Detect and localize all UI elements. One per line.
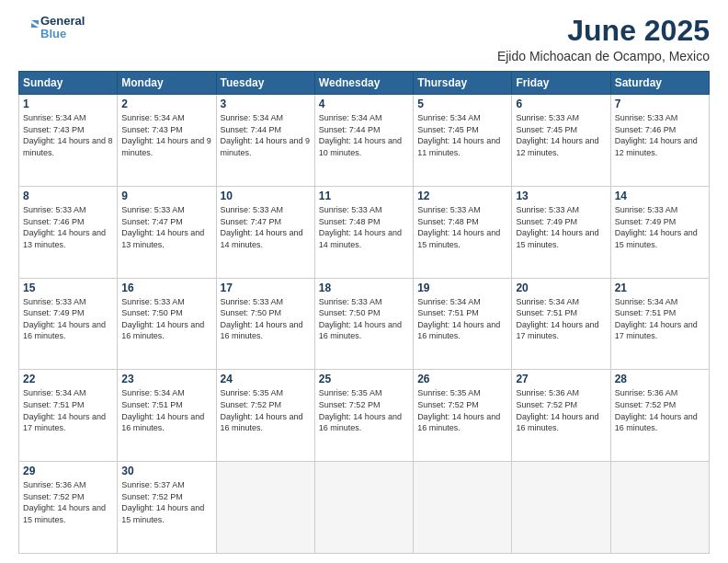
logo-general: General [40,15,85,28]
logo: General Blue [18,15,85,41]
day-number: 10 [221,190,311,202]
week-row-5: 29 Sunrise: 5:36 AM Sunset: 7:52 PM Dayl… [19,462,710,554]
day-cell: 2 Sunrise: 5:34 AM Sunset: 7:43 PM Dayli… [118,95,216,187]
day-number: 11 [319,190,409,202]
day-content: Sunrise: 5:35 AM Sunset: 7:52 PM Dayligh… [417,387,507,433]
day-content: Sunrise: 5:33 AM Sunset: 7:47 PM Dayligh… [121,204,211,250]
day-cell: 22 Sunrise: 5:34 AM Sunset: 7:51 PM Dayl… [19,370,118,462]
day-number: 24 [221,373,311,385]
day-content: Sunrise: 5:34 AM Sunset: 7:51 PM Dayligh… [23,387,113,433]
day-cell: 18 Sunrise: 5:33 AM Sunset: 7:50 PM Dayl… [314,278,413,370]
day-number: 8 [23,190,113,202]
day-cell: 5 Sunrise: 5:34 AM Sunset: 7:45 PM Dayli… [414,95,512,187]
day-cell: 27 Sunrise: 5:36 AM Sunset: 7:52 PM Dayl… [512,370,610,462]
day-content: Sunrise: 5:33 AM Sunset: 7:50 PM Dayligh… [121,296,211,342]
header-sunday: Sunday [19,72,118,95]
day-number: 1 [23,98,113,110]
logo-svg [18,17,39,38]
day-cell: 10 Sunrise: 5:33 AM Sunset: 7:47 PM Dayl… [216,186,314,278]
header-friday: Friday [512,72,610,95]
day-cell: 14 Sunrise: 5:33 AM Sunset: 7:49 PM Dayl… [610,186,709,278]
day-cell: 23 Sunrise: 5:34 AM Sunset: 7:51 PM Dayl… [118,370,216,462]
header-wednesday: Wednesday [314,72,413,95]
day-number: 14 [615,190,705,202]
header-saturday: Saturday [610,72,709,95]
header-row: Sunday Monday Tuesday Wednesday Thursday… [19,72,710,95]
day-cell: 19 Sunrise: 5:34 AM Sunset: 7:51 PM Dayl… [414,278,512,370]
calendar-title: June 2025 [497,15,710,47]
day-cell: 29 Sunrise: 5:36 AM Sunset: 7:52 PM Dayl… [19,462,118,554]
day-content: Sunrise: 5:37 AM Sunset: 7:52 PM Dayligh… [121,479,211,525]
day-content: Sunrise: 5:34 AM Sunset: 7:44 PM Dayligh… [319,112,409,158]
day-number: 25 [319,373,409,385]
day-cell: 1 Sunrise: 5:34 AM Sunset: 7:43 PM Dayli… [19,95,118,187]
day-cell [512,462,610,554]
day-number: 2 [121,98,211,110]
day-cell [414,462,512,554]
calendar-table: Sunday Monday Tuesday Wednesday Thursday… [18,71,710,554]
day-content: Sunrise: 5:36 AM Sunset: 7:52 PM Dayligh… [23,479,113,525]
day-content: Sunrise: 5:33 AM Sunset: 7:50 PM Dayligh… [221,296,311,342]
header-thursday: Thursday [414,72,512,95]
day-cell [314,462,413,554]
day-content: Sunrise: 5:33 AM Sunset: 7:47 PM Dayligh… [221,204,311,250]
day-number: 20 [516,282,606,294]
day-content: Sunrise: 5:33 AM Sunset: 7:49 PM Dayligh… [23,296,113,342]
day-number: 22 [23,373,113,385]
day-number: 29 [23,465,113,477]
day-cell: 28 Sunrise: 5:36 AM Sunset: 7:52 PM Dayl… [610,370,709,462]
day-cell: 12 Sunrise: 5:33 AM Sunset: 7:48 PM Dayl… [414,186,512,278]
header: General Blue June 2025 Ejido Michoacan d… [18,15,710,63]
day-cell [610,462,709,554]
day-content: Sunrise: 5:33 AM Sunset: 7:46 PM Dayligh… [23,204,113,250]
day-number: 23 [121,373,211,385]
week-row-3: 15 Sunrise: 5:33 AM Sunset: 7:49 PM Dayl… [19,278,710,370]
day-cell: 13 Sunrise: 5:33 AM Sunset: 7:49 PM Dayl… [512,186,610,278]
day-number: 15 [23,282,113,294]
day-content: Sunrise: 5:34 AM Sunset: 7:51 PM Dayligh… [615,296,705,342]
day-number: 30 [121,465,211,477]
day-number: 19 [417,282,507,294]
header-monday: Monday [118,72,216,95]
day-cell: 21 Sunrise: 5:34 AM Sunset: 7:51 PM Dayl… [610,278,709,370]
day-content: Sunrise: 5:36 AM Sunset: 7:52 PM Dayligh… [516,387,606,433]
week-row-4: 22 Sunrise: 5:34 AM Sunset: 7:51 PM Dayl… [19,370,710,462]
day-content: Sunrise: 5:34 AM Sunset: 7:44 PM Dayligh… [221,112,311,158]
day-number: 18 [319,282,409,294]
day-cell: 3 Sunrise: 5:34 AM Sunset: 7:44 PM Dayli… [216,95,314,187]
day-cell: 16 Sunrise: 5:33 AM Sunset: 7:50 PM Dayl… [118,278,216,370]
day-number: 12 [417,190,507,202]
day-content: Sunrise: 5:34 AM Sunset: 7:45 PM Dayligh… [417,112,507,158]
day-cell: 11 Sunrise: 5:33 AM Sunset: 7:48 PM Dayl… [314,186,413,278]
day-number: 21 [615,282,705,294]
day-cell [216,462,314,554]
day-number: 13 [516,190,606,202]
day-cell: 15 Sunrise: 5:33 AM Sunset: 7:49 PM Dayl… [19,278,118,370]
day-content: Sunrise: 5:35 AM Sunset: 7:52 PM Dayligh… [221,387,311,433]
day-cell: 7 Sunrise: 5:33 AM Sunset: 7:46 PM Dayli… [610,95,709,187]
day-content: Sunrise: 5:36 AM Sunset: 7:52 PM Dayligh… [615,387,705,433]
week-row-2: 8 Sunrise: 5:33 AM Sunset: 7:46 PM Dayli… [19,186,710,278]
day-number: 9 [121,190,211,202]
day-number: 4 [319,98,409,110]
day-content: Sunrise: 5:35 AM Sunset: 7:52 PM Dayligh… [319,387,409,433]
day-number: 28 [615,373,705,385]
day-content: Sunrise: 5:34 AM Sunset: 7:43 PM Dayligh… [23,112,113,158]
day-number: 27 [516,373,606,385]
day-content: Sunrise: 5:33 AM Sunset: 7:49 PM Dayligh… [615,204,705,250]
day-cell: 24 Sunrise: 5:35 AM Sunset: 7:52 PM Dayl… [216,370,314,462]
day-cell: 20 Sunrise: 5:34 AM Sunset: 7:51 PM Dayl… [512,278,610,370]
day-content: Sunrise: 5:33 AM Sunset: 7:48 PM Dayligh… [319,204,409,250]
day-cell: 30 Sunrise: 5:37 AM Sunset: 7:52 PM Dayl… [118,462,216,554]
day-number: 3 [221,98,311,110]
day-content: Sunrise: 5:34 AM Sunset: 7:51 PM Dayligh… [516,296,606,342]
day-content: Sunrise: 5:33 AM Sunset: 7:50 PM Dayligh… [319,296,409,342]
day-content: Sunrise: 5:33 AM Sunset: 7:45 PM Dayligh… [516,112,606,158]
day-content: Sunrise: 5:33 AM Sunset: 7:49 PM Dayligh… [516,204,606,250]
day-content: Sunrise: 5:33 AM Sunset: 7:48 PM Dayligh… [417,204,507,250]
week-row-1: 1 Sunrise: 5:34 AM Sunset: 7:43 PM Dayli… [19,95,710,187]
day-number: 5 [417,98,507,110]
day-content: Sunrise: 5:34 AM Sunset: 7:51 PM Dayligh… [417,296,507,342]
day-cell: 6 Sunrise: 5:33 AM Sunset: 7:45 PM Dayli… [512,95,610,187]
day-cell: 25 Sunrise: 5:35 AM Sunset: 7:52 PM Dayl… [314,370,413,462]
